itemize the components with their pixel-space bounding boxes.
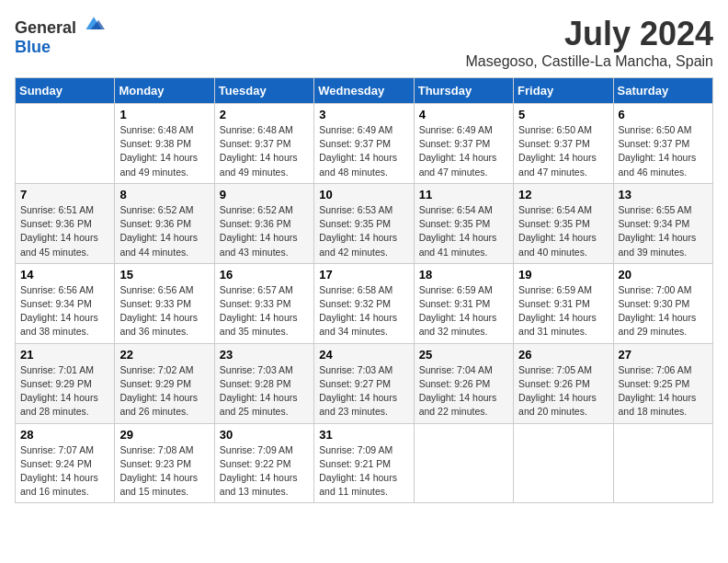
weekday-header-monday: Monday: [115, 78, 214, 104]
day-number: 23: [220, 348, 309, 362]
day-detail: Sunrise: 6:52 AMSunset: 9:36 PMDaylight:…: [119, 203, 209, 259]
day-number: 17: [319, 268, 408, 282]
day-number: 20: [619, 268, 708, 282]
day-number: 4: [419, 108, 508, 121]
calendar-cell: 9Sunrise: 6:52 AMSunset: 9:36 PMDaylight…: [214, 183, 313, 263]
day-detail: Sunrise: 7:05 AMSunset: 9:26 PMDaylight:…: [518, 363, 608, 419]
day-number: 31: [319, 428, 408, 442]
day-detail: Sunrise: 6:56 AMSunset: 9:34 PMDaylight:…: [20, 283, 109, 339]
calendar-week-row: 28Sunrise: 7:07 AMSunset: 9:24 PMDayligh…: [16, 423, 713, 503]
day-detail: Sunrise: 6:50 AMSunset: 9:37 PMDaylight:…: [518, 123, 608, 179]
day-detail: Sunrise: 6:59 AMSunset: 9:31 PMDaylight:…: [518, 283, 608, 339]
day-number: 9: [220, 188, 309, 201]
weekday-header-friday: Friday: [514, 78, 613, 104]
calendar-cell: 4Sunrise: 6:49 AMSunset: 9:37 PMDaylight…: [414, 104, 513, 184]
calendar-cell: 22Sunrise: 7:02 AMSunset: 9:29 PMDayligh…: [115, 343, 214, 423]
day-detail: Sunrise: 6:54 AMSunset: 9:35 PMDaylight:…: [518, 203, 608, 259]
calendar-cell: 16Sunrise: 6:57 AMSunset: 9:33 PMDayligh…: [214, 263, 313, 343]
day-detail: Sunrise: 6:51 AMSunset: 9:36 PMDaylight:…: [20, 203, 109, 259]
day-number: 1: [119, 108, 209, 121]
day-detail: Sunrise: 6:48 AMSunset: 9:38 PMDaylight:…: [119, 123, 209, 179]
day-number: 27: [619, 348, 708, 362]
day-detail: Sunrise: 6:58 AMSunset: 9:32 PMDaylight:…: [319, 283, 408, 339]
day-number: 22: [119, 348, 209, 362]
day-detail: Sunrise: 6:55 AMSunset: 9:34 PMDaylight:…: [619, 203, 708, 259]
day-detail: Sunrise: 6:49 AMSunset: 9:37 PMDaylight:…: [419, 123, 508, 179]
weekday-header-saturday: Saturday: [613, 78, 712, 104]
day-number: 28: [20, 428, 109, 442]
calendar-week-row: 21Sunrise: 7:01 AMSunset: 9:29 PMDayligh…: [16, 343, 713, 423]
weekday-header-wednesday: Wednesday: [314, 78, 414, 104]
day-number: 12: [518, 188, 608, 201]
day-detail: Sunrise: 7:08 AMSunset: 9:23 PMDaylight:…: [119, 443, 209, 500]
calendar-cell: 6Sunrise: 6:50 AMSunset: 9:37 PMDaylight…: [613, 104, 712, 184]
day-number: 19: [518, 268, 608, 282]
day-number: 10: [319, 188, 408, 201]
calendar-cell: 13Sunrise: 6:55 AMSunset: 9:34 PMDayligh…: [613, 183, 712, 263]
day-number: 18: [419, 268, 508, 282]
calendar-cell: 17Sunrise: 6:58 AMSunset: 9:32 PMDayligh…: [314, 263, 414, 343]
calendar-cell: 25Sunrise: 7:04 AMSunset: 9:26 PMDayligh…: [414, 343, 513, 423]
day-detail: Sunrise: 6:54 AMSunset: 9:35 PMDaylight:…: [419, 203, 508, 259]
calendar-cell: [613, 423, 712, 503]
calendar-cell: 30Sunrise: 7:09 AMSunset: 9:22 PMDayligh…: [214, 423, 313, 503]
calendar-cell: 20Sunrise: 7:00 AMSunset: 9:30 PMDayligh…: [613, 263, 712, 343]
day-number: 13: [619, 188, 708, 201]
calendar-cell: 27Sunrise: 7:06 AMSunset: 9:25 PMDayligh…: [613, 343, 712, 423]
calendar-cell: 1Sunrise: 6:48 AMSunset: 9:38 PMDaylight…: [115, 104, 214, 184]
day-detail: Sunrise: 6:56 AMSunset: 9:33 PMDaylight:…: [119, 283, 209, 339]
calendar-cell: 14Sunrise: 6:56 AMSunset: 9:34 PMDayligh…: [16, 263, 115, 343]
calendar-cell: 8Sunrise: 6:52 AMSunset: 9:36 PMDaylight…: [115, 183, 214, 263]
calendar-cell: 26Sunrise: 7:05 AMSunset: 9:26 PMDayligh…: [514, 343, 613, 423]
calendar-cell: 18Sunrise: 6:59 AMSunset: 9:31 PMDayligh…: [414, 263, 513, 343]
calendar-cell: 2Sunrise: 6:48 AMSunset: 9:37 PMDaylight…: [214, 104, 313, 184]
calendar-cell: 23Sunrise: 7:03 AMSunset: 9:28 PMDayligh…: [214, 343, 313, 423]
logo-text: General Blue: [15, 15, 105, 57]
calendar-cell: 28Sunrise: 7:07 AMSunset: 9:24 PMDayligh…: [16, 423, 115, 503]
calendar-cell: [514, 423, 613, 503]
day-number: 29: [119, 428, 209, 442]
calendar-cell: 29Sunrise: 7:08 AMSunset: 9:23 PMDayligh…: [115, 423, 214, 503]
calendar-cell: 19Sunrise: 6:59 AMSunset: 9:31 PMDayligh…: [514, 263, 613, 343]
day-number: 11: [419, 188, 508, 201]
day-number: 25: [419, 348, 508, 362]
logo-icon: [83, 15, 105, 33]
day-detail: Sunrise: 6:57 AMSunset: 9:33 PMDaylight:…: [220, 283, 309, 339]
day-number: 15: [119, 268, 209, 282]
calendar-table: SundayMondayTuesdayWednesdayThursdayFrid…: [15, 77, 713, 503]
day-number: 3: [319, 108, 408, 121]
weekday-header-row: SundayMondayTuesdayWednesdayThursdayFrid…: [16, 78, 713, 104]
calendar-week-row: 1Sunrise: 6:48 AMSunset: 9:38 PMDaylight…: [16, 104, 713, 184]
subtitle: Masegoso, Castille-La Mancha, Spain: [466, 53, 713, 70]
calendar-cell: 7Sunrise: 6:51 AMSunset: 9:36 PMDaylight…: [16, 183, 115, 263]
day-detail: Sunrise: 7:00 AMSunset: 9:30 PMDaylight:…: [619, 283, 708, 339]
calendar-cell: [16, 104, 115, 184]
page-header: General Blue July 2024 Masegoso, Castill…: [15, 15, 713, 70]
day-number: 30: [220, 428, 309, 442]
day-detail: Sunrise: 6:48 AMSunset: 9:37 PMDaylight:…: [220, 123, 309, 179]
calendar-cell: 10Sunrise: 6:53 AMSunset: 9:35 PMDayligh…: [314, 183, 414, 263]
day-detail: Sunrise: 6:52 AMSunset: 9:36 PMDaylight:…: [220, 203, 309, 259]
day-number: 6: [619, 108, 708, 121]
day-number: 21: [20, 348, 109, 362]
calendar-cell: 15Sunrise: 6:56 AMSunset: 9:33 PMDayligh…: [115, 263, 214, 343]
weekday-header-thursday: Thursday: [414, 78, 513, 104]
day-detail: Sunrise: 7:06 AMSunset: 9:25 PMDaylight:…: [619, 363, 708, 419]
logo-general: General: [15, 18, 76, 37]
calendar-cell: [414, 423, 513, 503]
day-detail: Sunrise: 7:02 AMSunset: 9:29 PMDaylight:…: [119, 363, 209, 419]
weekday-header-sunday: Sunday: [16, 78, 115, 104]
day-number: 8: [119, 188, 209, 201]
day-detail: Sunrise: 6:59 AMSunset: 9:31 PMDaylight:…: [419, 283, 508, 339]
day-detail: Sunrise: 7:03 AMSunset: 9:28 PMDaylight:…: [220, 363, 309, 419]
day-detail: Sunrise: 7:03 AMSunset: 9:27 PMDaylight:…: [319, 363, 408, 419]
day-detail: Sunrise: 7:04 AMSunset: 9:26 PMDaylight:…: [419, 363, 508, 419]
day-detail: Sunrise: 6:50 AMSunset: 9:37 PMDaylight:…: [619, 123, 708, 179]
day-detail: Sunrise: 7:09 AMSunset: 9:22 PMDaylight:…: [220, 443, 309, 500]
day-number: 26: [518, 348, 608, 362]
calendar-cell: 24Sunrise: 7:03 AMSunset: 9:27 PMDayligh…: [314, 343, 414, 423]
day-detail: Sunrise: 7:01 AMSunset: 9:29 PMDaylight:…: [20, 363, 109, 419]
day-number: 16: [220, 268, 309, 282]
day-detail: Sunrise: 6:49 AMSunset: 9:37 PMDaylight:…: [319, 123, 408, 179]
day-detail: Sunrise: 6:53 AMSunset: 9:35 PMDaylight:…: [319, 203, 408, 259]
